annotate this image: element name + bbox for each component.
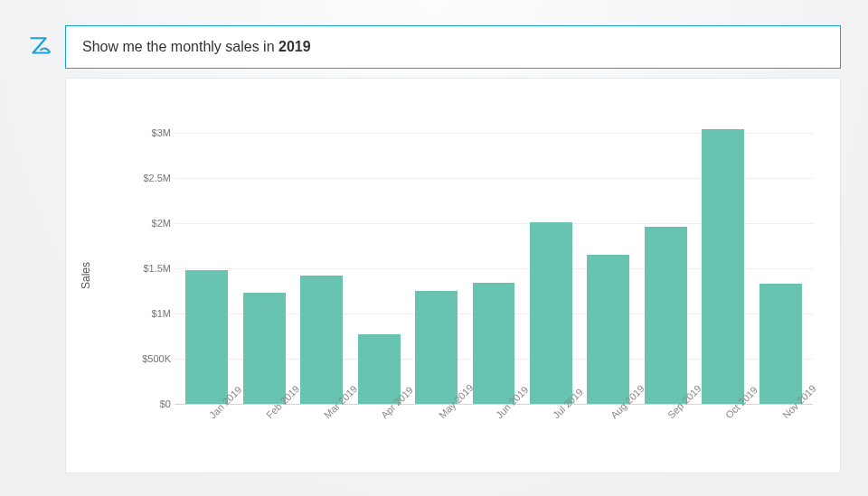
bars-container: [175, 115, 813, 404]
y-tick-label: $0: [131, 398, 171, 409]
bar-slot: [408, 115, 465, 404]
bar[interactable]: [300, 276, 343, 404]
x-tick-label: Jul 2019: [523, 404, 580, 458]
bar-slot: [637, 115, 694, 404]
y-tick-label: $2.5M: [131, 173, 171, 183]
bar-slot: [293, 115, 350, 404]
x-tick-label: Oct 2019: [694, 404, 751, 458]
bar[interactable]: [760, 284, 802, 404]
y-tick-label: $1M: [131, 308, 171, 319]
x-tick-label: Jan 2019: [178, 404, 235, 458]
x-tick-label: May 2019: [408, 404, 465, 458]
x-tick-label: Nov 2019: [752, 404, 809, 458]
header-row: Show me the monthly sales in 2019: [27, 25, 841, 69]
bar[interactable]: [473, 283, 515, 404]
bar-slot: [350, 115, 407, 404]
query-text-leading: Show me the monthly sales in: [82, 39, 278, 54]
y-axis-label: Sales: [80, 262, 92, 289]
bar-slot: [235, 115, 292, 404]
bar-slot: [752, 115, 809, 404]
bar[interactable]: [185, 270, 228, 404]
bar[interactable]: [415, 291, 458, 404]
bar[interactable]: [587, 255, 629, 404]
x-tick-label: Feb 2019: [235, 404, 292, 458]
chart-card: Sales $0$500K$1M$1.5M$2M$2.5M$3MJan 2019…: [65, 78, 841, 473]
bar-slot: [694, 115, 751, 404]
query-input[interactable]: Show me the monthly sales in 2019: [65, 25, 841, 69]
bar[interactable]: [702, 129, 744, 404]
x-tick-label: Apr 2019: [350, 404, 407, 458]
bar[interactable]: [530, 222, 572, 404]
y-tick-label: $500K: [131, 353, 171, 364]
y-tick-label: $1.5M: [131, 263, 171, 274]
bar-slot: [580, 115, 637, 404]
y-tick-label: $3M: [131, 127, 171, 138]
bar[interactable]: [358, 334, 401, 404]
bar-slot: [178, 115, 235, 404]
query-text-bold: 2019: [278, 39, 311, 54]
y-tick-label: $2M: [131, 218, 171, 229]
bar[interactable]: [243, 293, 286, 404]
chart-plot-area: $0$500K$1M$1.5M$2M$2.5M$3MJan 2019Feb 20…: [131, 115, 813, 404]
bar-slot: [523, 115, 580, 404]
x-axis: Jan 2019Feb 2019Mar 2019Apr 2019May 2019…: [175, 404, 813, 458]
x-tick-label: Mar 2019: [293, 404, 350, 458]
bar[interactable]: [645, 227, 687, 404]
x-tick-label: Jun 2019: [465, 404, 522, 458]
zia-logo-icon: [27, 35, 51, 59]
x-tick-label: Aug 2019: [580, 404, 637, 458]
x-tick-label: Sep 2019: [637, 404, 694, 458]
bar-slot: [465, 115, 522, 404]
